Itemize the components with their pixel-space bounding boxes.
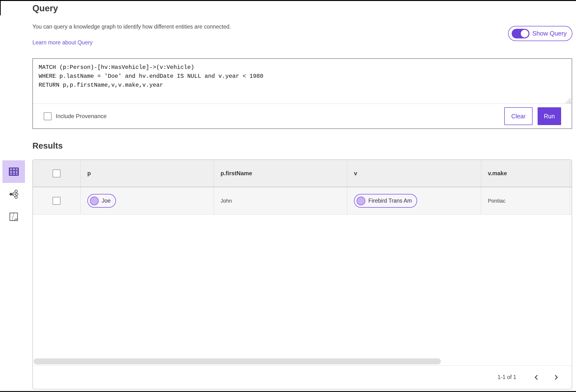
table-row: Joe John Firebird Trans Am Pontiac xyxy=(33,187,572,215)
cell-v-make: Pontiac xyxy=(481,187,570,214)
entity-node-icon xyxy=(90,197,99,205)
column-header-label: p xyxy=(87,170,91,177)
window-bottom-edge xyxy=(0,391,576,392)
column-header-label: v.make xyxy=(488,170,507,177)
table-icon xyxy=(9,168,19,176)
horizontal-scrollbar-thumb[interactable] xyxy=(34,358,441,364)
results-table: p p.firstName v v.make Joe xyxy=(32,159,572,389)
map-route-icon xyxy=(9,212,18,221)
entity-node-icon xyxy=(357,197,365,205)
cell-v: Firebird Trans Am xyxy=(347,187,481,214)
tab-table-view[interactable] xyxy=(2,160,25,183)
query-panel-footer: Include Provenance Clear Run xyxy=(33,103,572,128)
cell-p-firstname: John xyxy=(214,187,347,214)
entity-chip-person[interactable]: Joe xyxy=(87,194,116,208)
window-top-edge xyxy=(0,0,576,1)
column-header-p[interactable]: p xyxy=(81,160,214,187)
chevron-right-icon xyxy=(553,374,559,381)
show-query-toggle-label: Show Query xyxy=(532,30,567,37)
entity-chip-label: Joe xyxy=(102,198,111,204)
header-checkbox-cell xyxy=(33,160,81,187)
next-page-button[interactable] xyxy=(551,372,561,383)
clear-button[interactable]: Clear xyxy=(504,107,533,125)
column-header-label: p.firstName xyxy=(221,170,252,177)
query-action-buttons: Clear Run xyxy=(504,107,561,125)
row-filler-cell xyxy=(570,187,572,214)
pagination-bar: 1-1 of 1 xyxy=(33,366,572,389)
query-editor-panel: MATCH (p:Person)-[hv:HasVehicle]->(v:Veh… xyxy=(32,58,572,129)
previous-page-button[interactable] xyxy=(532,372,541,383)
window-left-edge xyxy=(0,0,1,15)
show-query-toggle[interactable]: Show Query xyxy=(508,26,572,41)
toggle-knob xyxy=(521,30,528,37)
results-view-switcher xyxy=(2,160,25,228)
chevron-left-icon xyxy=(534,374,539,381)
page-description: You can query a knowledge graph to ident… xyxy=(32,24,231,30)
tab-map-view[interactable] xyxy=(2,206,25,228)
cell-value: Pontiac xyxy=(488,198,505,204)
column-header-v-make[interactable]: v.make xyxy=(481,160,570,187)
network-graph-icon xyxy=(9,190,19,199)
cell-value: John xyxy=(221,198,232,204)
page-title: Query xyxy=(32,3,58,13)
pagination-range-label: 1-1 of 1 xyxy=(497,374,516,381)
column-header-p-firstname[interactable]: p.firstName xyxy=(214,160,347,187)
include-provenance-checkbox[interactable] xyxy=(44,112,52,120)
entity-chip-vehicle[interactable]: Firebird Trans Am xyxy=(354,194,417,208)
include-provenance-option[interactable]: Include Provenance xyxy=(44,112,107,120)
query-code-input[interactable]: MATCH (p:Person)-[hv:HasVehicle]->(v:Veh… xyxy=(33,59,572,103)
include-provenance-label: Include Provenance xyxy=(56,113,107,120)
tab-network-view[interactable] xyxy=(2,183,25,206)
select-all-checkbox[interactable] xyxy=(53,170,60,177)
entity-chip-label: Firebird Trans Am xyxy=(368,198,412,204)
column-header-label: v xyxy=(354,170,357,177)
run-button[interactable]: Run xyxy=(538,107,561,125)
toggle-switch-icon[interactable] xyxy=(512,29,529,38)
query-page: Query You can query a knowledge graph to… xyxy=(0,0,576,392)
results-heading: Results xyxy=(32,141,63,151)
row-checkbox[interactable] xyxy=(53,197,60,205)
learn-more-link[interactable]: Learn more about Query xyxy=(32,39,93,46)
header-filler-cell xyxy=(570,160,572,187)
cell-p: Joe xyxy=(81,187,214,214)
results-table-header: p p.firstName v v.make xyxy=(33,160,572,187)
row-checkbox-cell xyxy=(33,187,81,214)
column-header-v[interactable]: v xyxy=(347,160,481,187)
